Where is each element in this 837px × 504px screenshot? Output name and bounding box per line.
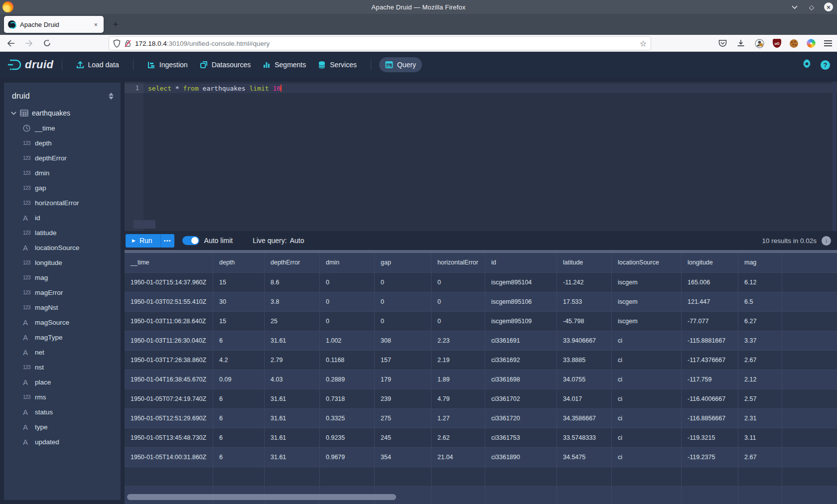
table-cell[interactable]: -116.8856667: [682, 409, 738, 428]
table-cell[interactable]: 2.67: [738, 448, 782, 467]
table-cell[interactable]: 1950-01-03T11:06:28.640Z: [125, 312, 213, 331]
table-cell[interactable]: ci3361692: [485, 351, 557, 370]
table-cell[interactable]: iscgem895104: [485, 273, 557, 292]
table-cell[interactable]: 1.002: [320, 331, 375, 351]
table-cell[interactable]: 15: [213, 312, 265, 331]
sort-icon[interactable]: [109, 93, 114, 100]
table-cell[interactable]: 0: [375, 273, 431, 292]
url-bar[interactable]: 172.18.0.4:30109/unified-console.html#qu…: [109, 36, 651, 50]
table-cell[interactable]: iscgem: [612, 292, 682, 312]
table-cell[interactable]: 25: [265, 312, 320, 331]
nav-query[interactable]: Query: [379, 57, 422, 72]
table-cell[interactable]: 0.2889: [320, 370, 375, 389]
table-cell[interactable]: ci: [612, 351, 682, 370]
table-cell[interactable]: iscgem895109: [485, 312, 557, 331]
table-cell[interactable]: 2.31: [738, 409, 782, 428]
sidebar-column-magSource[interactable]: AmagSource: [4, 315, 121, 330]
extension-burst-icon[interactable]: [807, 39, 816, 48]
downloads-icon[interactable]: [736, 38, 746, 48]
table-cell[interactable]: 21.04: [431, 448, 485, 467]
column-header[interactable]: locationSource: [612, 253, 682, 273]
back-button[interactable]: [4, 37, 18, 50]
sidebar-column-horizontalError[interactable]: 123horizontalError: [4, 195, 121, 210]
table-cell[interactable]: 2.12: [738, 370, 782, 389]
sidebar-column-longitude[interactable]: 123longitude: [4, 255, 121, 270]
table-cell[interactable]: 6: [213, 409, 265, 428]
table-cell[interactable]: 2.79: [265, 351, 320, 370]
bookmark-star-icon[interactable]: ☆: [640, 39, 647, 48]
table-cell[interactable]: 31.61: [265, 409, 320, 428]
editor-horizontal-scrollbar[interactable]: [134, 220, 155, 229]
sidebar-column-mag[interactable]: 123mag: [4, 270, 121, 285]
table-cell[interactable]: ci: [612, 409, 682, 428]
auto-limit-toggle[interactable]: [182, 236, 199, 245]
settings-gear-icon[interactable]: [802, 59, 812, 71]
table-cell[interactable]: ci3361890: [485, 448, 557, 467]
table-cell[interactable]: -117.4376667: [682, 351, 738, 370]
account-icon[interactable]: [754, 38, 764, 48]
table-cell[interactable]: 245: [375, 428, 431, 448]
table-cell[interactable]: 34.017: [557, 389, 612, 409]
table-cell[interactable]: 1950-01-05T12:51:29.690Z: [125, 409, 213, 428]
run-button[interactable]: ▶Run: [126, 234, 160, 248]
sidebar-column-magError[interactable]: 123magError: [4, 285, 121, 300]
table-cell[interactable]: 0.09: [213, 370, 265, 389]
sidebar-column-depth[interactable]: 123depth: [4, 135, 121, 150]
sidebar-column-gap[interactable]: 123gap: [4, 180, 121, 195]
table-cell[interactable]: -115.8881667: [682, 331, 738, 351]
table-cell[interactable]: -77.077: [682, 312, 738, 331]
results-horizontal-scrollbar[interactable]: [127, 494, 396, 500]
table-cell[interactable]: 0: [375, 312, 431, 331]
column-header[interactable]: longitude: [682, 253, 738, 273]
auto-limit-label[interactable]: Auto limit: [204, 237, 233, 245]
table-cell[interactable]: 1950-01-05T14:00:31.860Z: [125, 448, 213, 467]
table-cell[interactable]: 1.27: [431, 409, 485, 428]
table-cell[interactable]: 0: [375, 292, 431, 312]
table-cell[interactable]: 34.0755: [557, 370, 612, 389]
table-cell[interactable]: 1950-01-03T17:26:38.860Z: [125, 351, 213, 370]
table-cell[interactable]: 17.533: [557, 292, 612, 312]
table-cell[interactable]: 3.8: [265, 292, 320, 312]
column-header[interactable]: mag: [738, 253, 782, 273]
download-results-icon[interactable]: ↓: [822, 236, 831, 246]
ublock-origin-icon[interactable]: uO: [773, 39, 781, 48]
column-header[interactable]: id: [485, 253, 557, 273]
insecure-lock-icon[interactable]: [124, 39, 132, 48]
sidebar-column-updated[interactable]: Aupdated: [4, 434, 121, 449]
table-cell[interactable]: 33.9406667: [557, 331, 612, 351]
table-cell[interactable]: 0: [320, 312, 375, 331]
druid-logo[interactable]: druid: [7, 58, 54, 71]
window-close-button[interactable]: ×: [824, 2, 833, 11]
table-cell[interactable]: 4.2: [213, 351, 265, 370]
column-header[interactable]: dmin: [320, 253, 375, 273]
sidebar-column-place[interactable]: Aplace: [4, 375, 121, 389]
table-cell[interactable]: 0: [431, 292, 485, 312]
table-cell[interactable]: 2.57: [738, 389, 782, 409]
column-header[interactable]: depth: [213, 253, 265, 273]
table-cell[interactable]: 3.37: [738, 331, 782, 351]
query-text[interactable]: select * from earthquakes limit 10: [143, 84, 837, 93]
table-cell[interactable]: ci3361698: [485, 370, 557, 389]
tab-apache-druid[interactable]: Apache Druid ×: [4, 16, 104, 33]
table-cell[interactable]: 0.1168: [320, 351, 375, 370]
table-cell[interactable]: 354: [375, 448, 431, 467]
table-cell[interactable]: 6: [213, 389, 265, 409]
reload-button[interactable]: [40, 37, 54, 50]
table-cell[interactable]: 6: [213, 331, 265, 351]
table-cell[interactable]: 1950-01-04T16:38:45.670Z: [125, 370, 213, 389]
table-cell[interactable]: 1950-01-03T02:51:55.410Z: [125, 292, 213, 312]
table-cell[interactable]: ci: [612, 331, 682, 351]
tracking-shield-icon[interactable]: [113, 39, 121, 48]
table-cell[interactable]: -117.759: [682, 370, 738, 389]
table-cell[interactable]: 165.006: [682, 273, 738, 292]
table-cell[interactable]: 6.5: [738, 292, 782, 312]
sidebar-column-magNst[interactable]: 123magNst: [4, 300, 121, 315]
table-cell[interactable]: 4.79: [431, 389, 485, 409]
table-cell[interactable]: 6.27: [738, 312, 782, 331]
column-header[interactable]: __time: [125, 253, 213, 273]
table-cell[interactable]: 1950-01-03T11:26:30.040Z: [125, 331, 213, 351]
run-more-button[interactable]: •••: [160, 234, 174, 248]
table-cell[interactable]: 31.61: [265, 389, 320, 409]
table-cell[interactable]: iscgem895106: [485, 292, 557, 312]
table-cell[interactable]: 0: [431, 273, 485, 292]
